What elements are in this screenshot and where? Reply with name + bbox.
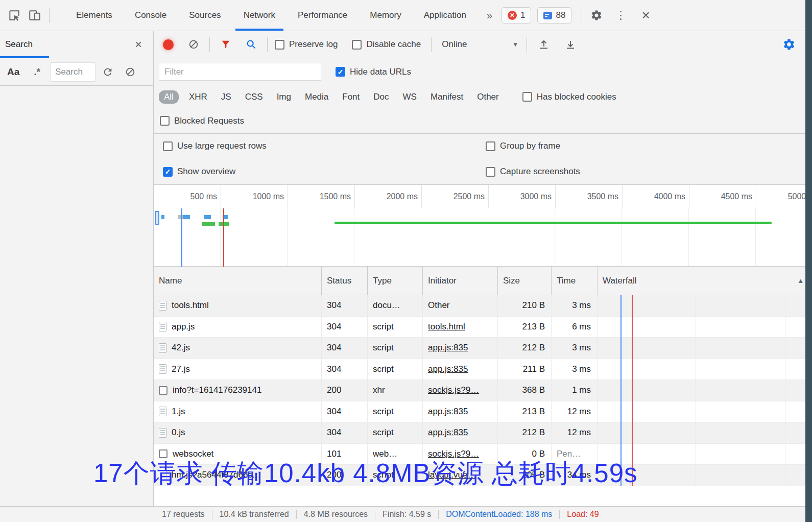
timeline-tick: 2000 ms [355,185,422,208]
search-tab[interactable]: Search [5,39,33,50]
initiator-link[interactable]: app.js:835 [428,343,468,353]
device-toolbar-icon[interactable] [25,5,45,26]
network-settings-gear-icon[interactable] [780,36,798,53]
initiator-link[interactable]: app.js:835 [428,428,468,438]
filter-type-media[interactable]: Media [305,92,328,102]
blocked-requests-checkbox[interactable] [160,116,170,126]
timeline-tick: 500 ms [154,185,221,208]
column-header-size[interactable]: Size [498,267,552,295]
column-header-status[interactable]: Status [322,267,368,295]
initiator-link[interactable]: sockjs.js?9… [428,385,479,395]
timeline-ruler[interactable]: 500 ms1000 ms1500 ms2000 ms2500 ms3000 m… [154,185,812,208]
import-har-icon[interactable] [535,36,553,53]
use-large-request-rows-label: Use large request rows [177,141,267,151]
timeline-tick: 1500 ms [288,185,355,208]
status-bar-item: 17 requests [155,510,212,519]
kebab-menu-icon[interactable]: ⋮ [607,9,634,22]
tab-application[interactable]: Application [413,0,477,31]
initiator-link[interactable]: app.js:835 [428,364,468,374]
filter-type-xhr[interactable]: XHR [189,92,207,102]
filter-type-img[interactable]: Img [277,92,291,102]
tab-sources[interactable]: Sources [178,0,232,31]
cell-status: 304 [322,295,368,316]
initiator-link[interactable]: app.js:835 [428,407,468,417]
cell-name: info?t=1614176239141 [154,380,322,401]
search-input[interactable] [51,62,95,82]
cell-waterfall [598,359,603,380]
divider [431,37,432,52]
tab-console[interactable]: Console [124,0,178,31]
tab-performance[interactable]: Performance [286,0,359,31]
match-case-toggle[interactable]: Aa [4,66,22,78]
filter-type-doc[interactable]: Doc [373,92,389,102]
blocked-requests-label: Blocked Requests [174,116,244,126]
filter-funnel-icon[interactable] [217,36,234,53]
message-badge[interactable]: 88 [537,7,571,23]
divider [527,37,527,52]
column-header-type[interactable]: Type [368,267,423,295]
preserve-log-checkbox[interactable] [275,40,284,50]
has-blocked-cookies-checkbox[interactable] [522,92,532,102]
capture-screenshots-checkbox[interactable] [486,167,495,177]
column-header-waterfall[interactable]: Waterfall ▲ [598,267,812,295]
timeline-tick: 2500 ms [422,185,489,208]
table-row[interactable]: 42.js 304 script app.js:835 212 B 3 ms [154,338,812,359]
column-header-initiator[interactable]: Initiator [423,267,498,295]
cell-waterfall [598,380,603,401]
clear-icon[interactable] [185,36,202,53]
disable-cache-checkbox[interactable] [352,40,362,50]
record-button[interactable] [163,39,174,50]
timeline-tick: 4500 ms [689,185,756,208]
network-options: Use large request rows Group by frame Sh… [154,134,812,185]
table-row[interactable]: 1.js 304 script app.js:835 213 B 12 ms [154,401,812,423]
column-header-time[interactable]: Time [552,267,598,295]
filter-type-js[interactable]: JS [221,92,231,102]
table-row[interactable]: info?t=1614176239141 200 xhr sockjs.js?9… [154,380,812,401]
export-har-icon[interactable] [562,36,579,53]
cell-initiator: app.js:835 [423,338,498,359]
filter-type-manifest[interactable]: Manifest [431,92,463,102]
close-devtools-icon[interactable]: × [634,8,657,22]
filter-type-ws[interactable]: WS [403,92,417,102]
regex-toggle[interactable]: .* [31,66,43,78]
initiator-link[interactable]: tools.html [428,322,465,332]
search-requests-icon[interactable] [243,36,260,53]
initiator-link: Other [428,300,450,311]
overview-selection-handle[interactable] [155,211,159,225]
timeline-overview[interactable] [154,208,812,267]
settings-gear-icon[interactable] [586,5,607,26]
overview-request-bar [202,222,215,226]
inspect-element-icon[interactable] [4,5,25,26]
filter-type-css[interactable]: CSS [245,92,263,102]
more-tabs-icon[interactable]: » [477,10,501,21]
filter-type-other[interactable]: Other [477,92,499,102]
dcl-marker-line [181,208,182,267]
throttling-select[interactable]: Online ▼ [442,39,518,50]
error-badge[interactable]: ✕ 1 [501,7,531,23]
table-row[interactable]: tools.html 304 docu… Other 210 B 3 ms [154,295,812,317]
filter-type-all[interactable]: All [159,90,179,104]
table-row[interactable]: 0.js 304 script app.js:835 212 B 12 ms [154,422,812,444]
tab-network[interactable]: Network [232,0,286,31]
show-overview-checkbox[interactable] [163,167,173,177]
table-row[interactable]: app.js 304 script tools.html 213 B 6 ms [154,317,812,338]
close-search-icon[interactable]: × [135,37,148,52]
table-row[interactable]: 27.js 304 script app.js:835 211 B 3 ms [154,359,812,381]
overview-request-bar [161,215,164,219]
filter-type-font[interactable]: Font [342,92,360,102]
column-header-name[interactable]: Name [154,267,322,295]
request-name: 1.js [172,407,185,417]
group-by-frame-checkbox[interactable] [486,141,495,151]
square-icon [159,386,168,395]
disable-cache-label: Disable cache [366,39,421,50]
filter-input[interactable] [159,63,321,81]
message-count: 88 [556,10,565,20]
cell-type: xhr [368,380,423,401]
tab-elements[interactable]: Elements [65,0,124,31]
refresh-icon[interactable] [98,62,118,82]
use-large-request-rows-checkbox[interactable] [163,141,173,151]
clear-results-icon[interactable] [120,62,140,82]
tab-memory[interactable]: Memory [359,0,412,31]
hide-data-urls-checkbox[interactable] [336,67,345,77]
request-name: tools.html [172,300,209,311]
